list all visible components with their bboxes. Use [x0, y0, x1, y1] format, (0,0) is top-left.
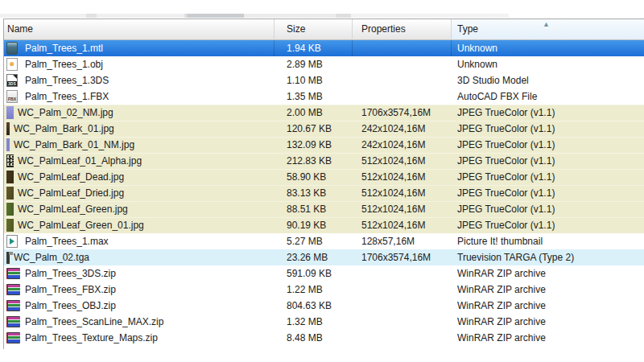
file-row[interactable]: Palm_Trees_1.max 5.27 MB 128x57,16M Pict…	[4, 233, 644, 249]
winrar-zip-icon	[6, 332, 20, 343]
file-name-cell: Palm_Trees_1.mtl	[4, 40, 275, 56]
file-size: 88.51 KB	[275, 201, 353, 217]
thumb-violet-wide-icon	[6, 106, 14, 119]
file-row[interactable]: Palm_Trees_Texture_Maps.zip 8.48 MB WinR…	[4, 330, 644, 346]
file-type: WinRAR ZIP archive	[452, 330, 644, 346]
obj-file-icon	[6, 58, 18, 71]
column-header-size[interactable]: Size	[275, 19, 353, 40]
winrar-zip-icon	[6, 284, 20, 295]
file-name: Palm_Trees_ScanLine_MAX.zip	[25, 314, 163, 330]
file-name-cell: Palm_Trees_3DS.zip	[4, 265, 275, 282]
file-list-panel: Name Size Properties Type ▲ Palm_Trees_1…	[3, 19, 644, 349]
file-properties: 512x1024,16M	[353, 185, 452, 201]
column-header-properties[interactable]: Properties	[353, 19, 452, 40]
file-properties	[353, 330, 452, 346]
file-properties: 128x57,16M	[353, 233, 452, 249]
3ds-file-icon	[6, 74, 18, 87]
file-name-cell: WC_PalmLeaf_Green.jpg	[4, 201, 275, 217]
file-properties: 512x1024,16M	[353, 217, 452, 233]
file-type: Unknown	[452, 56, 644, 72]
file-size: 212.83 KB	[275, 153, 353, 169]
thumb-green-icon	[6, 203, 14, 216]
file-type: JPEG TrueColor (v1.1)	[452, 185, 644, 201]
file-name-cell: WC_Palm_Bark_01.jpg	[4, 121, 275, 137]
file-type: JPEG TrueColor (v1.1)	[452, 217, 644, 233]
file-row[interactable]: WC_PalmLeaf_Dead.jpg 58.90 KB 512x1024,1…	[4, 169, 644, 185]
file-properties	[353, 282, 452, 298]
file-properties: 512x1024,16M	[353, 201, 452, 217]
thumb-alpha-icon	[6, 154, 14, 167]
file-row[interactable]: Palm_Trees_1.obj 2.89 MB Unknown	[4, 56, 644, 72]
file-name: WC_Palm_02_NM.jpg	[18, 105, 114, 121]
file-name: WC_Palm_02.tga	[14, 249, 89, 265]
thumb-green01-icon	[6, 219, 14, 232]
column-header-type-label: Type	[457, 23, 478, 35]
winrar-zip-icon	[6, 268, 20, 279]
file-name: Palm_Trees_OBJ.zip	[25, 298, 116, 314]
file-name: WC_PalmLeaf_01_Alpha.jpg	[18, 153, 142, 169]
file-size: 83.13 KB	[275, 185, 353, 201]
file-type: Picture It! thumbnail	[452, 233, 644, 249]
window-edge-artifact	[0, 14, 509, 18]
file-name-cell: WC_Palm_02_NM.jpg	[4, 105, 275, 121]
thumb-violet-thin-icon	[6, 138, 10, 151]
file-name-cell: Palm_Trees_ScanLine_MAX.zip	[4, 314, 275, 330]
file-row[interactable]: Palm_Trees_FBX.zip 1.22 MB WinRAR ZIP ar…	[4, 282, 644, 298]
file-properties	[353, 40, 452, 56]
file-row[interactable]: WC_PalmLeaf_Green_01.jpg 90.19 KB 512x10…	[4, 217, 644, 233]
column-header-row: Name Size Properties Type ▲	[4, 19, 644, 40]
file-row[interactable]: WC_Palm_Bark_01_NM.jpg 132.09 KB 242x102…	[4, 137, 644, 153]
file-name-cell: Palm_Trees_OBJ.zip	[4, 298, 275, 314]
file-size: 1.94 KB	[275, 40, 353, 56]
file-row[interactable]: Palm_Trees_1.mtl 1.94 KB Unknown	[4, 40, 644, 56]
file-type: WinRAR ZIP archive	[452, 265, 644, 282]
column-header-type[interactable]: Type ▲	[452, 19, 644, 40]
file-name: Palm_Trees_1.max	[25, 233, 109, 249]
file-properties	[353, 314, 452, 330]
file-properties	[353, 72, 452, 88]
winrar-zip-icon	[6, 300, 20, 311]
file-row[interactable]: WC_Palm_02.tga 23.26 MB 1706x3574,16M Tr…	[4, 249, 644, 265]
tga-thumb-icon	[6, 252, 10, 264]
file-name-cell: Palm_Trees_1.max	[4, 233, 275, 249]
file-size: 1.10 MB	[275, 72, 353, 88]
winrar-zip-icon	[6, 316, 20, 327]
file-row[interactable]: Palm_Trees_1.FBX 1.35 MB AutoCAD FBX Fil…	[4, 88, 644, 105]
file-manager-screen: Name Size Properties Type ▲ Palm_Trees_1…	[0, 0, 644, 362]
file-size: 804.63 KB	[275, 298, 353, 314]
mtl-file-icon	[6, 42, 18, 55]
column-header-name[interactable]: Name	[4, 19, 275, 40]
file-name: WC_Palm_Bark_01.jpg	[14, 121, 114, 137]
file-row[interactable]: WC_PalmLeaf_Dried.jpg 83.13 KB 512x1024,…	[4, 185, 644, 201]
file-size: 591.09 KB	[275, 265, 353, 282]
file-row[interactable]: WC_Palm_Bark_01.jpg 120.67 KB 242x1024,1…	[4, 121, 644, 137]
file-name-cell: WC_PalmLeaf_Dead.jpg	[4, 169, 275, 185]
file-name-cell: Palm_Trees_FBX.zip	[4, 282, 275, 298]
file-name: WC_PalmLeaf_Dead.jpg	[18, 169, 124, 185]
file-properties: 1706x3574,16M	[353, 249, 452, 265]
file-row[interactable]: Palm_Trees_3DS.zip 591.09 KB WinRAR ZIP …	[4, 265, 644, 282]
file-size: 1.22 MB	[275, 282, 353, 298]
file-size: 2.00 MB	[275, 105, 353, 121]
file-name-cell: WC_PalmLeaf_Dried.jpg	[4, 185, 275, 201]
file-size: 2.89 MB	[275, 56, 353, 72]
file-properties: 242x1024,16M	[353, 121, 452, 137]
file-size: 8.48 MB	[275, 330, 353, 346]
file-row[interactable]: Palm_Trees_1.3DS 1.10 MB 3D Studio Model	[4, 72, 644, 88]
file-properties	[353, 88, 452, 105]
file-name-cell: Palm_Trees_Texture_Maps.zip	[4, 330, 275, 346]
file-row[interactable]: WC_PalmLeaf_Green.jpg 88.51 KB 512x1024,…	[4, 201, 644, 217]
file-name: WC_Palm_Bark_01_NM.jpg	[14, 137, 134, 153]
file-row[interactable]: WC_PalmLeaf_01_Alpha.jpg 212.83 KB 512x1…	[4, 153, 644, 169]
file-properties: 512x1024,16M	[353, 153, 452, 169]
file-type: WinRAR ZIP archive	[452, 314, 644, 330]
max-file-icon	[6, 235, 18, 248]
file-type: JPEG TrueColor (v1.1)	[452, 137, 644, 153]
file-row[interactable]: WC_Palm_02_NM.jpg 2.00 MB 1706x3574,16M …	[4, 105, 644, 121]
file-name: Palm_Trees_3DS.zip	[25, 265, 116, 282]
file-row[interactable]: Palm_Trees_OBJ.zip 804.63 KB WinRAR ZIP …	[4, 298, 644, 314]
file-size: 1.32 MB	[275, 314, 353, 330]
file-row[interactable]: Palm_Trees_ScanLine_MAX.zip 1.32 MB WinR…	[4, 314, 644, 330]
file-size: 1.35 MB	[275, 88, 353, 105]
file-type: WinRAR ZIP archive	[452, 282, 644, 298]
